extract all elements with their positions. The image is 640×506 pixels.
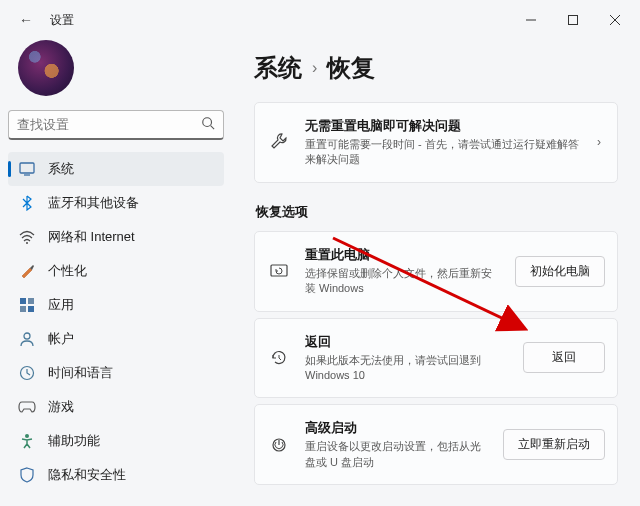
svg-point-8 (26, 242, 28, 244)
sidebar-item-label: 辅助功能 (48, 432, 100, 450)
search-icon (201, 116, 215, 133)
apps-icon (18, 296, 36, 314)
go-back-card: 返回 如果此版本无法使用，请尝试回退到 Windows 10 返回 (254, 318, 618, 399)
banner-title: 无需重置电脑即可解决问题 (305, 117, 579, 135)
power-icon (267, 435, 291, 455)
banner-desc: 重置可能需要一段时间 - 首先，请尝试通过运行疑难解答来解决问题 (305, 137, 579, 168)
option-desc: 选择保留或删除个人文件，然后重新安装 Windows (305, 266, 501, 297)
search-input[interactable] (17, 117, 201, 132)
accessibility-icon (18, 432, 36, 450)
accounts-icon (18, 330, 36, 348)
minimize-button[interactable] (510, 5, 552, 35)
option-title: 返回 (305, 333, 509, 351)
back-button[interactable]: ← (16, 12, 36, 28)
sidebar-item-label: 时间和语言 (48, 364, 113, 382)
shield-icon (18, 466, 36, 484)
sidebar-item-system[interactable]: 系统 (8, 152, 224, 186)
sidebar-item-bluetooth[interactable]: 蓝牙和其他设备 (8, 186, 224, 220)
option-title: 高级启动 (305, 419, 489, 437)
chevron-right-icon: › (593, 135, 605, 149)
option-desc: 如果此版本无法使用，请尝试回退到 Windows 10 (305, 353, 509, 384)
breadcrumb: 系统 › 恢复 (254, 52, 618, 84)
breadcrumb-current: 恢复 (327, 52, 375, 84)
option-desc: 重启设备以更改启动设置，包括从光盘或 U 盘启动 (305, 439, 489, 470)
sidebar-item-label: 个性化 (48, 262, 87, 280)
svg-rect-9 (20, 298, 26, 304)
sidebar-item-label: 网络和 Internet (48, 228, 135, 246)
sidebar-item-label: 游戏 (48, 398, 74, 416)
troubleshoot-banner[interactable]: 无需重置电脑即可解决问题 重置可能需要一段时间 - 首先，请尝试通过运行疑难解答… (254, 102, 618, 183)
svg-rect-12 (28, 306, 34, 312)
restart-now-button[interactable]: 立即重新启动 (503, 429, 605, 460)
breadcrumb-parent[interactable]: 系统 (254, 52, 302, 84)
sidebar-item-update[interactable]: Windows 更新 (8, 492, 224, 498)
avatar[interactable] (18, 40, 74, 96)
search-box[interactable] (8, 110, 224, 140)
sidebar-item-network[interactable]: 网络和 Internet (8, 220, 224, 254)
sidebar-item-privacy[interactable]: 隐私和安全性 (8, 458, 224, 492)
close-button[interactable] (594, 5, 636, 35)
svg-point-13 (24, 333, 30, 339)
time-icon (18, 364, 36, 382)
sidebar-item-time-language[interactable]: 时间和语言 (8, 356, 224, 390)
sidebar-item-apps[interactable]: 应用 (8, 288, 224, 322)
option-title: 重置此电脑 (305, 246, 501, 264)
reset-icon (267, 261, 291, 281)
sidebar-item-gaming[interactable]: 游戏 (8, 390, 224, 424)
bluetooth-icon (18, 194, 36, 212)
system-icon (18, 160, 36, 178)
reset-pc-card: 重置此电脑 选择保留或删除个人文件，然后重新安装 Windows 初始化电脑 (254, 231, 618, 312)
svg-line-5 (211, 126, 215, 130)
sidebar-item-label: 应用 (48, 296, 74, 314)
sidebar-item-label: 帐户 (48, 330, 74, 348)
section-title: 恢复选项 (256, 203, 618, 221)
brush-icon (18, 262, 36, 280)
sidebar-item-label: 系统 (48, 160, 74, 178)
history-icon (267, 348, 291, 368)
svg-point-4 (203, 118, 212, 127)
wrench-icon (267, 132, 291, 152)
network-icon (18, 228, 36, 246)
advanced-startup-card: 高级启动 重启设备以更改启动设置，包括从光盘或 U 盘启动 立即重新启动 (254, 404, 618, 485)
maximize-button[interactable] (552, 5, 594, 35)
go-back-button[interactable]: 返回 (523, 342, 605, 373)
svg-rect-1 (569, 16, 578, 25)
sidebar-item-accounts[interactable]: 帐户 (8, 322, 224, 356)
gaming-icon (18, 398, 36, 416)
sidebar-item-personalization[interactable]: 个性化 (8, 254, 224, 288)
sidebar-item-label: 隐私和安全性 (48, 466, 126, 484)
svg-rect-10 (28, 298, 34, 304)
svg-rect-11 (20, 306, 26, 312)
reset-pc-button[interactable]: 初始化电脑 (515, 256, 605, 287)
svg-rect-6 (20, 163, 34, 173)
sidebar-item-label: 蓝牙和其他设备 (48, 194, 139, 212)
svg-point-15 (25, 434, 29, 438)
window-title: 设置 (50, 12, 74, 29)
chevron-right-icon: › (312, 59, 317, 77)
sidebar-item-accessibility[interactable]: 辅助功能 (8, 424, 224, 458)
